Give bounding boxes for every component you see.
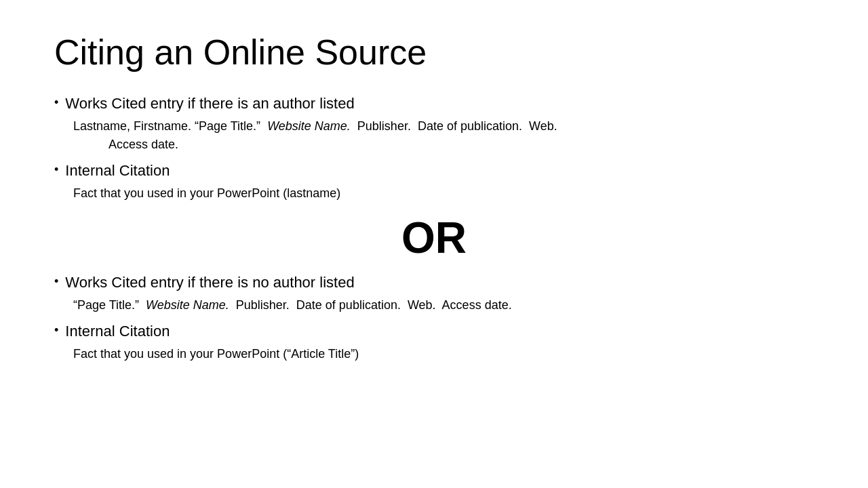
internal-citation-1-label: Internal Citation (65, 159, 170, 182)
or-divider: OR (54, 212, 814, 264)
bullet-internal-citation-1: • Internal Citation (54, 159, 814, 182)
bullet-works-cited-with-author-label: Works Cited entry if there is an author … (65, 92, 354, 115)
works-cited-format-line1: Lastname, Firstname. “Page Title.” Websi… (73, 119, 557, 133)
bullet-internal-citation-2: • Internal Citation (54, 320, 814, 342)
internal-citation-2-label: Internal Citation (65, 320, 170, 342)
content-area: • Works Cited entry if there is an autho… (54, 92, 814, 367)
bullet-works-cited-no-author: • Works Cited entry if there is no autho… (54, 271, 814, 293)
bullet-works-cited-with-author: • Works Cited entry if there is an autho… (54, 92, 814, 115)
works-cited-no-author-subtext: “Page Title.” Website Name. Publisher. D… (73, 296, 814, 314)
slide: Citing an Online Source • Works Cited en… (0, 0, 868, 488)
works-cited-with-author-subtext: Lastname, Firstname. “Page Title.” Websi… (73, 117, 814, 154)
bullet-works-cited-no-author-label: Works Cited entry if there is no author … (65, 271, 354, 293)
internal-citation-2-subtext: Fact that you used in your PowerPoint (“… (73, 345, 814, 363)
bullet-dot-3: • (54, 272, 58, 291)
internal-citation-1-subtext: Fact that you used in your PowerPoint (l… (73, 184, 814, 203)
bullet-dot-1: • (54, 94, 58, 112)
bullet-dot-4: • (54, 321, 58, 340)
slide-title: Citing an Online Source (54, 33, 814, 73)
bullet-dot-2: • (54, 161, 58, 179)
works-cited-format-line2: Access date. (108, 138, 178, 151)
